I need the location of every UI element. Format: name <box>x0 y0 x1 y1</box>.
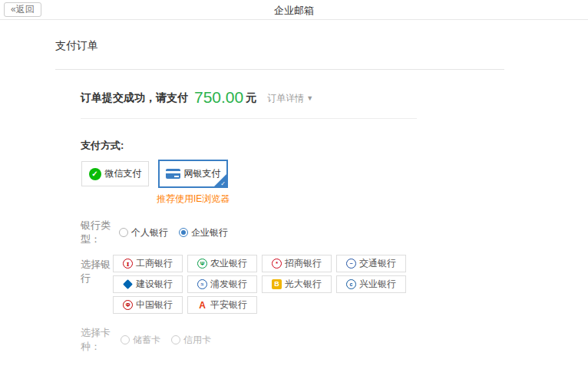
bank-label: 兴业银行 <box>359 278 396 291</box>
payment-methods: ✓ 微信支付 网银支付 ✓ <box>81 160 588 188</box>
netbank-pay-button[interactable]: 网银支付 ✓ <box>158 160 228 188</box>
card-type-row: 选择卡种： 储蓄卡 信用卡 <box>81 326 588 354</box>
wechat-pay-label: 微信支付 <box>105 167 142 180</box>
bank-button-abc[interactable]: Ψ 农业银行 <box>187 255 257 272</box>
order-details-link[interactable]: 订单详情▼ <box>267 93 313 104</box>
bocom-bank-icon: ~ <box>346 259 356 269</box>
bank-button-ceb[interactable]: B 光大银行 <box>262 275 332 293</box>
ccb-bank-icon <box>123 279 133 289</box>
order-summary: 订单提交成功，请支付750.00元订单详情▼ <box>81 88 588 107</box>
radio-debit-card: 储蓄卡 <box>121 334 160 347</box>
radio-label: 储蓄卡 <box>133 334 160 347</box>
pingan-bank-icon: A <box>197 300 207 310</box>
netbank-card-icon <box>166 169 180 179</box>
wechat-pay-icon: ✓ <box>89 168 101 180</box>
card-type-options: 储蓄卡 信用卡 <box>121 334 211 347</box>
radio-disabled-icon <box>171 335 180 344</box>
bank-label: 光大银行 <box>285 278 322 291</box>
bank-label: 中国银行 <box>136 298 173 311</box>
topbar: «返回 企业邮箱 <box>0 0 588 20</box>
bank-select-row: 选择银行 I 工商银行 Ψ 农业银行 * 招商银行 ~ 交通银行 建设银行 ≈ … <box>81 255 588 314</box>
divider <box>81 118 417 119</box>
bank-label: 交通银行 <box>359 257 396 270</box>
bank-select-label: 选择银行 <box>81 255 113 285</box>
order-currency: 元 <box>246 91 256 104</box>
cmb-bank-icon: * <box>272 259 282 269</box>
bank-type-options: 个人银行 企业银行 <box>119 226 228 239</box>
bank-button-cib[interactable]: c 兴业银行 <box>336 275 406 293</box>
bank-button-cmb[interactable]: * 招商银行 <box>262 255 332 272</box>
bank-button-pingan[interactable]: A 平安银行 <box>187 296 257 314</box>
radio-label: 企业银行 <box>191 226 228 239</box>
bank-button-icbc[interactable]: I 工商银行 <box>113 255 183 272</box>
card-type-label: 选择卡种： <box>81 326 121 354</box>
wechat-pay-button[interactable]: ✓ 微信支付 <box>81 161 149 186</box>
app-title: 企业邮箱 <box>0 4 588 18</box>
bank-label: 招商银行 <box>285 257 322 270</box>
browser-tip: 推荐使用IE浏览器 <box>157 193 588 206</box>
bank-button-bocom[interactable]: ~ 交通银行 <box>336 255 406 272</box>
radio-personal-bank[interactable]: 个人银行 <box>119 226 168 239</box>
page-title: 支付订单 <box>55 39 588 53</box>
spdb-bank-icon: ≈ <box>197 279 207 289</box>
icbc-bank-icon: I <box>123 259 133 269</box>
radio-icon <box>119 228 128 237</box>
radio-label: 信用卡 <box>183 334 211 347</box>
bank-button-boc[interactable]: Φ 中国银行 <box>113 296 183 314</box>
bank-button-spdb[interactable]: ≈ 浦发银行 <box>187 275 257 293</box>
divider <box>55 69 504 70</box>
radio-credit-card: 信用卡 <box>171 334 211 347</box>
bank-label: 工商银行 <box>136 257 173 270</box>
bank-grid: I 工商银行 Ψ 农业银行 * 招商银行 ~ 交通银行 建设银行 ≈ 浦发银行 … <box>113 255 414 314</box>
order-amount: 750.00 <box>194 88 243 106</box>
bank-type-row: 银行类型： 个人银行 企业银行 <box>81 219 588 246</box>
bank-label: 农业银行 <box>210 257 247 270</box>
bank-label: 平安银行 <box>210 298 247 311</box>
abc-bank-icon: Ψ <box>197 259 207 269</box>
radio-checked-icon <box>179 228 188 237</box>
radio-disabled-icon <box>121 335 130 344</box>
radio-enterprise-bank[interactable]: 企业银行 <box>179 226 228 239</box>
radio-label: 个人银行 <box>131 226 168 239</box>
check-icon: ✓ <box>91 170 97 178</box>
ceb-bank-icon: B <box>272 279 282 289</box>
selected-check-icon: ✓ <box>220 180 226 187</box>
boc-bank-icon: Φ <box>123 300 133 310</box>
bank-type-label: 银行类型： <box>81 219 119 246</box>
bank-label: 浦发银行 <box>210 278 247 291</box>
caret-down-icon: ▼ <box>306 94 313 102</box>
bank-button-ccb[interactable]: 建设银行 <box>113 275 183 293</box>
payment-method-label: 支付方式: <box>81 139 588 153</box>
cib-bank-icon: c <box>346 279 356 289</box>
bank-label: 建设银行 <box>136 278 173 291</box>
order-status-text: 订单提交成功，请支付 <box>81 91 188 104</box>
order-details-label: 订单详情 <box>267 93 304 104</box>
